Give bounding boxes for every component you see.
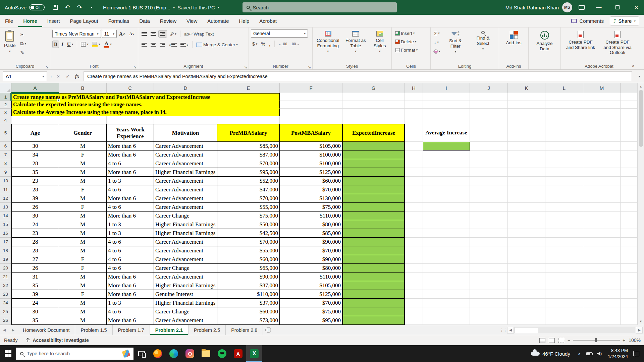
cell-H2[interactable] <box>405 101 423 109</box>
new-sheet-button[interactable]: + <box>263 325 273 335</box>
row-header-6[interactable]: 6 <box>0 142 11 150</box>
align-right-button[interactable] <box>158 41 166 48</box>
name-box[interactable]: A1 ▾ <box>3 71 47 81</box>
cell-K3[interactable] <box>508 109 545 116</box>
cell-F25[interactable]: $75,000 <box>280 307 342 316</box>
cell-F22[interactable]: $105,000 <box>280 281 342 290</box>
cell-E20[interactable]: $65,000 <box>217 264 280 273</box>
cell-B22[interactable]: M <box>59 281 107 290</box>
wrap-text-button[interactable]: ab↩ Wrap Text <box>183 30 215 38</box>
cell-H12[interactable] <box>405 194 423 203</box>
cell-D10[interactable]: Career Advancement <box>154 177 217 185</box>
cell-F8[interactable]: $100,000 <box>280 159 342 168</box>
cell-D5[interactable]: Motivation <box>154 124 217 142</box>
cell-M7[interactable] <box>583 150 621 159</box>
cell-E4[interactable] <box>217 116 280 124</box>
cell-J25[interactable] <box>470 307 508 316</box>
cell-L6[interactable] <box>545 142 583 150</box>
cell-J17[interactable] <box>470 238 508 246</box>
cell-M15[interactable] <box>583 220 621 229</box>
cell-C18[interactable]: 4 to 6 <box>107 246 154 255</box>
formula-input[interactable]: Create range names as PreMBASalary and P… <box>84 71 632 81</box>
notification-center-icon[interactable] <box>633 351 639 356</box>
cell-A5[interactable]: Age <box>11 124 59 142</box>
analyze-data-button[interactable]: Analyze Data <box>531 29 558 63</box>
row-header-19[interactable]: 19 <box>0 255 11 264</box>
insert-cells-button[interactable]: Insert▾ <box>394 29 428 37</box>
cell-H7[interactable] <box>405 150 423 159</box>
cell-M3[interactable] <box>583 109 621 116</box>
cell-K19[interactable] <box>508 255 545 264</box>
cell-F26[interactable]: $95,000 <box>280 316 342 325</box>
cell-A25[interactable]: 30 <box>11 307 59 316</box>
cell-L11[interactable] <box>545 185 583 194</box>
cell-I1[interactable] <box>423 93 470 101</box>
normal-view-icon[interactable] <box>539 338 545 343</box>
cell-L5[interactable] <box>545 124 583 142</box>
decrease-indent-button[interactable]: ◂ <box>167 41 178 48</box>
align-middle-button[interactable] <box>149 30 157 38</box>
cell-A26[interactable]: 35 <box>11 316 59 325</box>
cell-D14[interactable]: Career Change <box>154 212 217 220</box>
battery-button[interactable] <box>584 345 594 362</box>
cell-J13[interactable] <box>470 203 508 212</box>
cell-M1[interactable] <box>583 93 621 101</box>
number-dialog-launcher-icon[interactable]: ↘ <box>308 65 311 69</box>
cell-A20[interactable]: 26 <box>11 264 59 273</box>
start-button[interactable] <box>0 345 16 362</box>
cell-C5[interactable]: Years Work Experience <box>107 124 154 142</box>
cell-H16[interactable] <box>405 229 423 238</box>
cell-J5[interactable] <box>470 124 508 142</box>
sort-filter-button[interactable]: AZ Sort & Filter ▾ <box>443 29 468 63</box>
zoom-track[interactable] <box>573 340 620 341</box>
cell-B10[interactable]: M <box>59 177 107 185</box>
cell-J11[interactable] <box>470 185 508 194</box>
row-header-2[interactable]: 2 <box>0 101 11 109</box>
minimize-button[interactable]: — <box>591 0 606 15</box>
delete-cells-button[interactable]: Delete▾ <box>394 38 428 45</box>
cell-A10[interactable]: 23 <box>11 177 59 185</box>
cell-J2[interactable] <box>470 101 508 109</box>
cell-G26[interactable] <box>342 316 405 325</box>
maximize-button[interactable] <box>610 0 625 15</box>
fill-button[interactable]: ↓▾ <box>433 39 442 46</box>
increase-decimal-button[interactable]: ←.00 <box>277 40 288 48</box>
row-header-24[interactable]: 24 <box>0 299 11 307</box>
cell-C26[interactable]: More than 6 <box>107 316 154 325</box>
cell-F6[interactable]: $105,000 <box>280 142 342 150</box>
row-header-13[interactable]: 13 <box>0 203 11 212</box>
cell-C6[interactable]: More than 6 <box>107 142 154 150</box>
cell-J15[interactable] <box>470 220 508 229</box>
row-header-11[interactable]: 11 <box>0 185 11 194</box>
font-dialog-launcher-icon[interactable]: ↘ <box>133 65 137 69</box>
cell-E10[interactable]: $52,000 <box>217 177 280 185</box>
cell-H24[interactable] <box>405 299 423 307</box>
cell-K17[interactable] <box>508 238 545 246</box>
cell-B14[interactable]: M <box>59 212 107 220</box>
cell-G19[interactable] <box>342 255 405 264</box>
cell-D9[interactable]: Higher Financial Earnings <box>154 168 217 177</box>
cell-H1[interactable] <box>405 93 423 101</box>
save-button[interactable] <box>49 1 61 13</box>
cell-L15[interactable] <box>545 220 583 229</box>
alignment-dialog-launcher-icon[interactable]: ↘ <box>244 65 247 69</box>
cell-L2[interactable] <box>545 101 583 109</box>
cell-H9[interactable] <box>405 168 423 177</box>
scroll-left-button[interactable]: ◀ <box>507 327 514 334</box>
cell-I13[interactable] <box>423 203 470 212</box>
cell-K25[interactable] <box>508 307 545 316</box>
row-header-10[interactable]: 10 <box>0 177 11 185</box>
cell-L16[interactable] <box>545 229 583 238</box>
cell-G11[interactable] <box>342 185 405 194</box>
cell-I2[interactable] <box>423 101 470 109</box>
column-header-K[interactable]: K <box>508 83 545 93</box>
enter-entry-button[interactable]: ✓ <box>63 72 72 81</box>
cell-F19[interactable]: $90,000 <box>280 255 342 264</box>
row-header-5[interactable]: 5 <box>0 124 11 142</box>
column-header-G[interactable]: G <box>342 83 405 93</box>
row-header-18[interactable]: 18 <box>0 246 11 255</box>
expand-formula-bar-button[interactable]: ▾ <box>635 70 644 83</box>
file-explorer-button[interactable] <box>198 345 214 362</box>
cell-F15[interactable]: $80,000 <box>280 220 342 229</box>
cell-I18[interactable] <box>423 246 470 255</box>
